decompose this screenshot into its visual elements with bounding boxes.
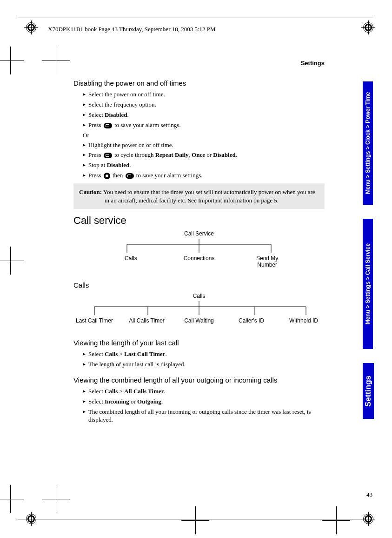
tree-callservice: Call Service Calls Connections Send My N… (73, 230, 325, 268)
softkey-icon (104, 123, 112, 128)
bullet-icon: ▸ (83, 172, 88, 179)
list-item: ▸Press to cycle through Repeat Daily, On… (83, 151, 325, 159)
softkey-icon (126, 173, 134, 179)
list-item: ▸Press then to save your alarm settings. (83, 172, 325, 180)
tree-root: Call Service (73, 230, 325, 237)
header-rule (18, 18, 373, 18)
tree-leaf: Withhold ID (283, 317, 325, 324)
crosshair-icon (0, 47, 24, 74)
list-item: ▸The length of your last call is display… (83, 361, 325, 369)
tree-calls: Calls Last Call Timer All Calls Timer Ca… (73, 293, 325, 324)
bullet-icon: ▸ (83, 350, 88, 358)
bullet-icon: ▸ (83, 141, 88, 149)
bullet-icon: ▸ (83, 398, 88, 405)
heading-callservice: Call service (73, 215, 325, 227)
list-item: ▸Select Calls > All Calls Timer. (83, 388, 325, 396)
tree-leaf: Last Call Timer (73, 317, 115, 324)
crosshair-icon (181, 506, 209, 534)
crosshair-icon (0, 247, 24, 275)
page-number: 43 (366, 491, 372, 498)
list-item: ▸Select the power on or off time. (83, 91, 325, 99)
tree-leaf: Connections (165, 255, 233, 268)
tree-root: Calls (73, 293, 325, 299)
crosshair-icon (0, 485, 24, 513)
list-item: ▸Highlight the power on or off time. (83, 141, 325, 149)
list-item: ▸Press to save your alarm settings. (83, 121, 325, 129)
tree-lines-icon (101, 239, 297, 255)
bullet-icon: ▸ (83, 361, 88, 368)
bullet-icon: ▸ (83, 161, 88, 169)
side-tab-callservice: Menu > Settings > Call Service (363, 219, 373, 349)
crosshair-icon (42, 485, 70, 513)
or-text: Or (83, 132, 325, 139)
bullet-icon: ▸ (83, 111, 88, 119)
bullet-icon: ▸ (83, 121, 88, 129)
tree-leaf: Calls (97, 255, 165, 268)
side-tabs: Menu > Settings > Clock > Power Time Men… (363, 81, 374, 419)
tree-lines-icon (76, 301, 322, 317)
bullet-icon: ▸ (83, 151, 88, 159)
list-item: ▸Stop at Disabled. (83, 161, 325, 169)
footer-rule (18, 519, 373, 519)
tree-leaf: All Calls Timer (126, 317, 168, 324)
heading-lastcall: Viewing the length of your last call (73, 339, 325, 347)
tree-leaf: Call Waiting (178, 317, 220, 324)
list-item: ▸The combined length of all your incomin… (83, 408, 325, 424)
reg-mark-icon (363, 22, 373, 33)
heading-calls: Calls (73, 281, 325, 289)
side-tab-settings: Settings (363, 363, 374, 419)
bullet-icon: ▸ (83, 101, 88, 108)
section-label: Settings (301, 60, 325, 67)
main-content: Disabling the power on and off times ▸Se… (73, 79, 325, 426)
softkey-icon (104, 153, 112, 158)
list-item: ▸Select the frequency option. (83, 101, 325, 109)
bullet-icon: ▸ (83, 408, 88, 416)
list-item: ▸Select Disabled. (83, 111, 325, 119)
navkey-icon (104, 173, 110, 179)
tree-leaf: Send My Number (233, 255, 301, 268)
heading-disable: Disabling the power on and off times (73, 79, 325, 87)
heading-combined: Viewing the combined length of all your … (73, 376, 325, 384)
crosshair-icon (42, 47, 70, 74)
list-item: ▸Select Calls > Last Call Timer. (83, 350, 325, 358)
side-tab-powertime: Menu > Settings > Clock > Power Time (363, 81, 373, 205)
tree-leaf: Caller's ID (231, 317, 272, 324)
header-text: X70DPK11B1.book Page 43 Thursday, Septem… (48, 26, 216, 33)
crosshair-icon (322, 506, 350, 534)
caution-box: Caution: You need to ensure that the tim… (73, 183, 325, 209)
bullet-icon: ▸ (83, 91, 88, 98)
reg-mark-icon (26, 22, 36, 33)
bullet-icon: ▸ (83, 388, 88, 395)
list-item: ▸Select Incoming or Outgoing. (83, 398, 325, 406)
